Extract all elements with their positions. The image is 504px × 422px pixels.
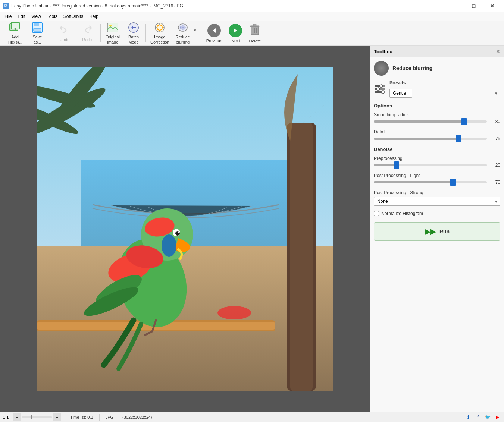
image-area[interactable] [0,46,370,412]
post-strong-select[interactable]: None Light Medium Strong [374,197,500,206]
zoom-in-button[interactable]: + [53,413,61,421]
smoothing-radius-control: 80 [374,119,500,124]
menu-bar: File Edit View Tools SoftOrbits Help [0,12,504,21]
smoothing-radius-value: 80 [490,119,500,124]
facebook-icon[interactable]: f [474,413,482,421]
status-sep-1 [64,414,64,421]
zoom-display: 1:1 [3,415,9,419]
post-strong-row: Post Processing - Strong None Light Medi… [374,190,500,206]
reduce-blurring-icon [177,22,189,34]
toolbox-close-button[interactable]: ✕ [496,48,500,54]
previous-label: Previous [206,38,222,43]
status-sep-2 [99,414,100,421]
separator-3 [145,24,146,42]
post-light-value: 70 [490,180,500,185]
toolbar-dropdown-arrow[interactable]: ▼ [193,28,197,38]
svg-point-55 [377,88,380,91]
svg-point-49 [217,306,251,319]
smoothing-radius-label: Smoothing radius [374,112,500,117]
presets-label: Presets [389,80,500,85]
add-files-button[interactable]: + AddFile(s)... [4,20,25,46]
post-strong-select-wrapper: None Light Medium Strong ▼ [374,197,500,206]
status-social-icons: ℹ f 🐦 ▶ [464,413,501,421]
preprocessing-row: Preprocessing 20 [374,156,500,168]
presets-dropdown-arrow: ▼ [494,91,498,95]
batch-mode-icon [128,22,140,34]
previous-icon [207,24,221,37]
menu-help[interactable]: Help [86,13,101,20]
image-correction-button[interactable]: ImageCorrection [147,20,172,46]
undo-button[interactable]: Undo [54,23,75,44]
save-as-button[interactable]: Saveas... [27,20,48,46]
twitter-icon[interactable]: 🐦 [484,413,491,421]
run-button[interactable]: ▶▶ Run [374,222,500,241]
post-light-fill [374,181,453,183]
smoothing-radius-thumb[interactable] [461,118,467,125]
dimensions-display: (3022x3022x24) [119,415,155,419]
zoom-slider[interactable] [22,416,52,418]
reduce-blurring-label: Reduceblurring [176,35,190,44]
next-button[interactable]: Next [226,22,245,44]
time-display: Time (s): 0.1 [67,415,96,419]
info-icon[interactable]: ℹ [464,413,472,421]
preprocessing-value: 20 [490,163,500,168]
post-light-label: Post Processing - Light [374,173,500,178]
add-files-label: AddFile(s)... [7,35,22,44]
normalize-checkbox[interactable] [374,211,379,216]
menu-tools[interactable]: Tools [44,13,60,20]
menu-file[interactable]: File [1,13,15,20]
denoise-section: Denoise Preprocessing 20 Post Processing… [374,147,500,206]
svg-rect-23 [253,24,256,26]
next-label: Next [231,38,240,43]
menu-view[interactable]: View [28,13,44,20]
title-bar: 🖼 Easy Photo Unblur - ****Unregistered v… [0,0,504,12]
options-title: Options [374,103,500,108]
preprocessing-track[interactable] [374,164,487,166]
zoom-out-button[interactable]: − [13,413,21,421]
save-as-label: Saveas... [32,35,42,44]
next-icon [229,24,242,37]
smoothing-radius-row: Smoothing radius 80 [374,112,500,124]
toolbox-body: Reduce blurring [370,57,504,245]
reduce-blurring-button[interactable]: Reduceblurring [172,20,193,46]
detail-track[interactable] [374,138,487,140]
normalize-label[interactable]: Normalize Histogram [381,211,423,216]
post-light-thumb[interactable] [450,179,456,186]
detail-thumb[interactable] [456,135,461,142]
undo-label: Undo [60,37,69,42]
tool-header: Reduce blurring [374,61,500,76]
menu-softorbits[interactable]: SoftOrbits [60,13,86,20]
presets-icon [374,84,386,94]
batch-mode-button[interactable]: BatchMode [123,20,144,46]
preprocessing-thumb[interactable] [394,161,399,169]
menu-edit[interactable]: Edit [15,13,28,20]
maximize-button[interactable]: □ [465,1,482,10]
detail-control: 75 [374,136,500,141]
tool-name: Reduce blurring [392,65,432,71]
previous-button[interactable]: Previous [203,22,225,44]
svg-rect-4 [34,23,39,26]
run-arrow-icon: ▶▶ [425,227,436,236]
svg-point-52 [380,85,383,88]
toolbar-file-group: + AddFile(s)... Saveas... [3,20,49,46]
delete-label: Delete [249,39,261,43]
preprocessing-label: Preprocessing [374,156,500,161]
minimize-button[interactable]: − [447,1,464,10]
smoothing-radius-fill [374,120,464,123]
post-light-track[interactable] [374,181,487,183]
nav-group: Previous Next Del [200,22,264,45]
smoothing-radius-track[interactable] [374,120,487,123]
delete-icon [250,23,260,38]
close-button[interactable]: ✕ [484,1,501,10]
redo-button[interactable]: Redo [76,23,97,44]
run-label: Run [439,229,450,234]
svg-point-58 [381,91,384,94]
denoise-title: Denoise [374,147,500,152]
presets-select[interactable]: Gentle Medium Strong Custom [389,89,412,98]
youtube-icon[interactable]: ▶ [494,413,501,421]
status-bar: 1:1 − + Time (s): 0.1 JPG (3022x3022x24)… [0,412,504,422]
original-image-button[interactable]: OriginalImage [102,20,123,46]
toolbar: + AddFile(s)... Saveas... [0,21,504,46]
delete-button[interactable]: Delete [246,22,264,45]
batch-mode-label: BatchMode [128,35,139,44]
